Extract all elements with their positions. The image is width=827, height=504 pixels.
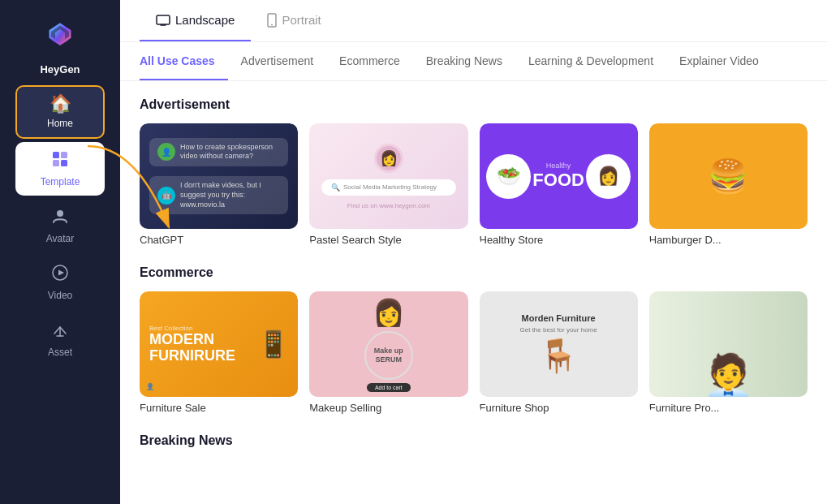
chat-avatar-2: 🤖	[157, 187, 175, 205]
woman-avatar: 👩	[586, 154, 631, 199]
advertisement-section-title: Advertisement	[140, 97, 808, 112]
template-name-pastel: Pastel Search Style	[309, 234, 467, 246]
cat-tab-learning[interactable]: Learning & Development	[515, 42, 666, 80]
chair-icon: 🪑	[538, 337, 579, 375]
template-label: Template	[41, 176, 80, 187]
category-nav: All Use Cases Advertisement Ecommerce Br…	[120, 42, 827, 81]
cat-tab-explainer[interactable]: Explainer Video	[666, 42, 772, 80]
svg-point-7	[57, 210, 63, 217]
template-card-furniture-sale[interactable]: Best Collection MODERN FURNIRURE 📱 👤 Fur…	[140, 291, 298, 414]
template-card-furniture-pro[interactable]: 🧑‍💼 Furniture Pro...	[649, 291, 808, 414]
portrait-icon	[267, 13, 277, 28]
template-card-hamburger[interactable]: 🍔 Hamburger D...	[649, 123, 808, 246]
chat-avatar-1: 👤	[157, 143, 175, 161]
template-name-chatgpt: ChatGPT	[140, 234, 298, 246]
svg-rect-4	[61, 152, 67, 158]
ecommerce-section-title: Ecommerce	[140, 265, 808, 280]
template-content: Advertisement 👤 How to create spokespers…	[120, 81, 827, 504]
pastel-avatar: 👩	[374, 144, 403, 173]
svg-rect-3	[53, 152, 59, 158]
sidebar-item-avatar[interactable]: Avatar	[15, 199, 105, 252]
morden-title: Morden Furniture	[522, 313, 596, 323]
template-name-furniture-pro: Furniture Pro...	[649, 402, 808, 414]
cat-tab-all[interactable]: All Use Cases	[140, 42, 228, 80]
template-name-furniture-shop: Furniture Shop	[480, 402, 638, 414]
cat-tab-advertisement[interactable]: Advertisement	[228, 42, 326, 80]
sidebar-item-video[interactable]: Video	[15, 256, 105, 309]
tab-landscape[interactable]: Landscape	[140, 0, 251, 41]
food-bowl-icon: 🥗	[486, 154, 531, 199]
cat-tab-ecommerce[interactable]: Ecommerce	[326, 42, 413, 80]
makeup-circle: Make upSERUM	[364, 331, 413, 380]
man-figure-icon: 🧑‍💼	[702, 355, 755, 397]
pastel-searchbar: 🔍 Social Media Marketing Strategy	[321, 179, 456, 196]
template-name-healthy: Healthy Store	[480, 234, 638, 246]
home-icon: 🏠	[50, 95, 71, 113]
makeup-woman: 👩	[373, 297, 405, 328]
template-card-makeup[interactable]: 👩 Make upSERUM Add to cart Makeup Sellin…	[309, 291, 467, 414]
svg-rect-5	[53, 160, 59, 166]
asset-label: Asset	[48, 347, 72, 358]
template-card-healthy[interactable]: 🥗 Healthy FOOD 👩 Healthy Store	[480, 123, 638, 246]
video-label: Video	[48, 290, 72, 301]
avatar-icon	[51, 207, 69, 228]
template-card-pastel[interactable]: 👩 🔍 Social Media Marketing Strategy Find…	[309, 123, 467, 246]
phone-icon: 📱	[257, 329, 290, 360]
avatar-label: Avatar	[46, 233, 74, 244]
svg-marker-9	[58, 270, 64, 276]
app-logo[interactable]: HeyGen	[39, 13, 81, 75]
sidebar-item-template[interactable]: Template	[15, 142, 105, 196]
makeup-add-to-cart: Add to cart	[367, 383, 411, 392]
main-content: Landscape Portrait All Use Cases Adverti…	[120, 0, 827, 504]
svg-rect-11	[157, 15, 170, 24]
template-card-furniture-shop[interactable]: Morden Furniture Get the best for your h…	[480, 291, 638, 414]
cat-tab-breaking-news[interactable]: Breaking News	[413, 42, 515, 80]
landscape-icon	[156, 15, 170, 26]
asset-icon	[51, 321, 69, 342]
healthy-text: Healthy FOOD	[532, 162, 584, 191]
sidebar-item-home[interactable]: 🏠 Home	[15, 85, 105, 139]
home-label: Home	[47, 118, 73, 129]
pastel-footer: Find us on www.heygen.com	[347, 202, 430, 209]
video-icon	[51, 264, 69, 285]
svg-point-13	[271, 24, 273, 25]
orientation-bar: Landscape Portrait	[120, 0, 827, 42]
sidebar: HeyGen 🏠 Home Template Avatar	[0, 0, 120, 504]
template-icon	[51, 150, 69, 171]
template-card-chatgpt[interactable]: 👤 How to create spokesperson video witho…	[140, 123, 298, 246]
breaking-news-section-title: Breaking News	[140, 433, 808, 448]
template-name-furniture-sale: Furniture Sale	[140, 402, 298, 414]
template-name-hamburger: Hamburger D...	[649, 234, 808, 246]
furniture-person: 👤	[146, 383, 154, 390]
svg-rect-6	[61, 160, 67, 166]
hamburger-thumb: 🍔	[649, 123, 808, 229]
ecommerce-grid: Best Collection MODERN FURNIRURE 📱 👤 Fur…	[140, 291, 808, 414]
morden-subtitle: Get the best for your home	[520, 326, 597, 334]
template-name-makeup: Makeup Selling	[309, 402, 467, 414]
sidebar-item-asset[interactable]: Asset	[15, 312, 105, 366]
tab-portrait[interactable]: Portrait	[251, 0, 337, 41]
advertisement-grid: 👤 How to create spokesperson video witho…	[140, 123, 808, 246]
